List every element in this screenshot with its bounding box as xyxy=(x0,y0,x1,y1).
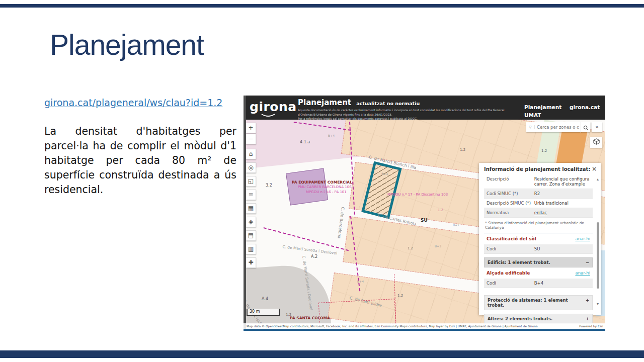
print-button[interactable]: ▤ xyxy=(246,230,256,241)
alcada-label: Alçada edificable xyxy=(487,270,530,276)
nav-planejament[interactable]: Planejament xyxy=(524,104,561,110)
table-row: Descripció Residencial que configura car… xyxy=(484,174,593,189)
panel-scroll-up-icon[interactable]: ▴ xyxy=(597,177,599,182)
zone-label: 1.2 xyxy=(541,149,547,153)
zone-label: 1.2 xyxy=(460,148,465,152)
table-row: Codi SIMUC (*) R2 xyxy=(484,189,593,199)
map-attribution: Map data © OpenStreetMap contributors, M… xyxy=(244,323,605,329)
building-label: B+4 xyxy=(381,172,388,175)
attribution-text: Map data © OpenStreetMap contributors, M… xyxy=(247,324,538,328)
normativa-link[interactable]: enllaç xyxy=(534,210,590,215)
screenshot-left-edge xyxy=(244,96,246,329)
zone-label: 4.1.a xyxy=(300,140,310,144)
powered-by-esri: Powered by Esri xyxy=(579,323,603,329)
zone-label: 1.2 xyxy=(397,294,403,298)
map-header-nav: Planejament girona.cat UMAT xyxy=(524,104,561,120)
row-value: R2 xyxy=(534,191,590,196)
row-value: SU xyxy=(534,246,590,251)
row-label: Normativa xyxy=(487,210,534,215)
plan-label: PA EQUIPAMENT COMERCIAL xyxy=(292,180,352,185)
oblique-view-icon[interactable] xyxy=(590,137,602,148)
zoom-out-button[interactable]: − xyxy=(246,134,256,144)
map-disclaimer-2: Per a referències legals cal consultar e… xyxy=(298,117,509,121)
row-label: Descripció SIMUC (*) xyxy=(487,201,534,206)
classificacio-anar-hi-link[interactable]: anar-hi xyxy=(575,236,590,241)
page-title: Planejament xyxy=(50,28,204,61)
street-label: C. de Martí Sureda i Deulovol xyxy=(282,244,338,255)
row-label: Descripció xyxy=(487,176,534,187)
map-header: girona Planejament actualitzat no normat… xyxy=(244,96,605,120)
zone-label: SU xyxy=(421,218,428,223)
table-row: Normativa enllaç xyxy=(484,208,593,218)
zone-label: 3.2 xyxy=(266,183,272,188)
presentation-slide: Planejament girona.cat/plageneral/ws/cla… xyxy=(0,0,644,362)
legend-button[interactable]: ≡ xyxy=(246,190,256,200)
zone-label: A.4 xyxy=(262,297,268,301)
plan-label: MPGOU n.º 17 - PA Discontinu 103 xyxy=(387,193,448,197)
girona-logo[interactable]: girona xyxy=(250,100,297,114)
street-label: C. de Barcelona xyxy=(337,207,345,239)
zoom-in-button[interactable]: + xyxy=(246,123,256,133)
girona-logo-smile xyxy=(261,114,276,118)
row-value: Residencial que configura carrer. Zona d… xyxy=(534,176,590,187)
body-text: La densitat d'habitatges per parcel·la h… xyxy=(44,124,236,198)
close-icon[interactable]: × xyxy=(592,165,597,172)
map-screenshot: 4.1.a 3.2 PA EQUIPAMENT COMERCIAL PMU CA… xyxy=(244,96,605,331)
row-value: B+4 xyxy=(534,281,590,286)
building-label: B+4 xyxy=(328,134,335,137)
map-app-title: Planejament xyxy=(298,98,351,107)
alcada-anar-hi-link[interactable]: anar-hi xyxy=(575,270,590,276)
layers-button[interactable]: ◈ xyxy=(246,217,256,227)
building-label: B+3 xyxy=(435,244,441,248)
altres-section-header[interactable]: Altres: 2 elements trobats. + xyxy=(484,314,593,324)
girona-link[interactable]: girona.cat/plageneral/ws/clau?id=1.2 xyxy=(44,97,222,108)
map-app-subtitle: actualitzat no normatiu xyxy=(356,101,420,106)
search-bar: ▽ xyxy=(526,122,590,132)
search-input[interactable] xyxy=(535,125,581,130)
row-label: Codi xyxy=(487,281,534,286)
section-title: Altres: 2 elements trobats. xyxy=(488,316,552,321)
slide-top-bar xyxy=(0,4,644,8)
search-filter-caret-icon[interactable]: ▽ xyxy=(526,125,535,129)
building-label: B+4 xyxy=(357,280,364,283)
panel-title: Informació de planejament localitzat: xyxy=(484,166,590,172)
proteccio-section-header[interactable]: Protecció de sistemes: 1 element trobat.… xyxy=(484,295,593,310)
plan-label: PMU CARRER BARCELONA 106 xyxy=(298,185,352,189)
scale-bar: 30 m xyxy=(247,309,280,316)
table-row: Descripció SIMUC (*) Urbà tradicional xyxy=(484,199,593,208)
expand-icon[interactable]: + xyxy=(586,316,589,321)
zone-label: A.2 xyxy=(311,254,317,259)
panel-footnote: * Sistema d'informació del planejament u… xyxy=(484,218,593,233)
nav-umat[interactable]: UMAT xyxy=(524,112,561,120)
plan-label: PA SANTA COLOMA xyxy=(290,316,330,320)
row-value: Urbà tradicional xyxy=(534,201,590,206)
search-icon[interactable] xyxy=(581,122,590,133)
panel-scroll-down-icon[interactable]: ▾ xyxy=(597,302,599,306)
row-label: Codi xyxy=(487,246,534,251)
nav-girona-cat[interactable]: girona.cat xyxy=(570,104,600,112)
section-title: Protecció de sistemes: 1 element trobat. xyxy=(488,298,586,308)
row-label: Codi SIMUC (*) xyxy=(487,191,534,196)
expand-panel-button[interactable]: » xyxy=(592,122,602,132)
info-panel: Informació de planejament localitzat: × … xyxy=(479,163,601,315)
basemap-button[interactable]: ▦ xyxy=(246,203,256,214)
locate-button[interactable]: ◎ xyxy=(246,162,256,173)
pan-button[interactable]: ✚ xyxy=(246,257,256,268)
extent-button[interactable]: ◱ xyxy=(246,176,256,187)
zone-label: 1.2 xyxy=(438,208,443,212)
section-title: Edificis: 1 element trobat. xyxy=(488,260,550,265)
expand-icon[interactable]: + xyxy=(586,298,589,308)
table-row: Codi SU xyxy=(484,244,593,254)
map-disclaimer-1: Aquesta documentació és de caràcter excl… xyxy=(298,108,509,117)
plan-label: MPGOU n.º 46 - PA 101 xyxy=(306,190,347,194)
edificis-section-header[interactable]: Edificis: 1 element trobat. − xyxy=(484,257,593,267)
panel-scrollbar[interactable] xyxy=(597,222,599,289)
home-button[interactable]: ⌂ xyxy=(246,149,256,159)
screenshot-bottom-border xyxy=(244,329,605,331)
measure-button[interactable]: ▥ xyxy=(246,244,256,254)
building-label: B+2 xyxy=(453,223,459,227)
classificacio-label: Classificació del sòl xyxy=(487,236,536,241)
table-row: Codi B+4 xyxy=(484,279,593,288)
zone-label: 1.2 xyxy=(408,246,413,250)
collapse-icon[interactable]: − xyxy=(586,260,589,265)
